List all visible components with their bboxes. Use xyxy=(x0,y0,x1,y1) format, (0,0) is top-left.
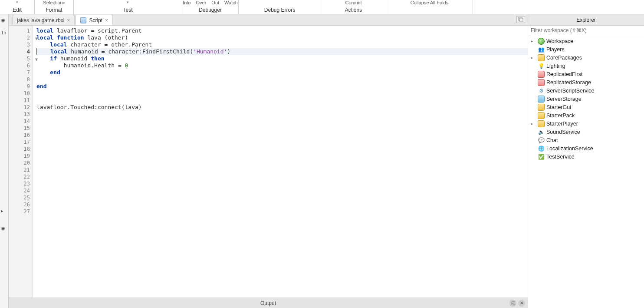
code-area[interactable]: local lavafloor = script.Parentlocal fun… xyxy=(33,26,528,298)
expand-icon[interactable]: ▸ xyxy=(531,39,536,43)
toolbar-item[interactable]: Out xyxy=(211,0,219,5)
tree-item-soundservice[interactable]: SoundService xyxy=(528,128,644,136)
code-line[interactable] xyxy=(36,139,528,146)
line-number[interactable]: 17 xyxy=(9,139,33,146)
code-line[interactable]: humanoid.Health = 0 xyxy=(36,62,528,69)
code-line[interactable]: local humanoid = character:FindFirstChil… xyxy=(36,48,528,55)
tab-jakes-lava-game-rbxl[interactable]: jakes lava game.rbxl× xyxy=(12,15,75,25)
code-line[interactable] xyxy=(36,152,528,159)
tree-item-serverscriptservice[interactable]: ServerScriptService xyxy=(528,86,644,95)
line-number[interactable]: 24 xyxy=(9,187,33,194)
tree-item-testservice[interactable]: TestService xyxy=(528,152,644,161)
tree-item-players[interactable]: Players xyxy=(528,45,644,53)
tab-script[interactable]: Script× xyxy=(76,15,113,25)
output-popout-icon[interactable]: ◱ xyxy=(509,300,516,307)
dropdown-icon[interactable]: ▾ xyxy=(127,0,129,4)
code-line[interactable] xyxy=(36,180,528,187)
line-number[interactable]: 12 xyxy=(9,104,33,111)
line-number[interactable]: 8 xyxy=(9,76,33,83)
line-number[interactable]: 22 xyxy=(9,173,33,180)
line-number[interactable]: 15 xyxy=(9,125,33,132)
line-number[interactable]: 19 xyxy=(9,152,33,159)
fold-icon[interactable]: ▼ xyxy=(35,35,38,42)
tree-item-startergui[interactable]: StarterGui xyxy=(528,103,644,111)
tree-item-lighting[interactable]: Lighting xyxy=(528,62,644,70)
code-line[interactable]: local function lava (other) xyxy=(36,34,528,41)
close-icon[interactable]: × xyxy=(105,17,108,23)
line-number[interactable]: 25 xyxy=(9,194,33,201)
explorer-filter[interactable] xyxy=(528,26,644,35)
toolbar-item[interactable]: Collapse All Folds xyxy=(411,0,448,5)
fold-icon[interactable]: ▼ xyxy=(35,56,38,63)
line-number[interactable]: 13 xyxy=(9,111,33,118)
line-number[interactable]: 7 xyxy=(9,69,33,76)
code-line[interactable] xyxy=(36,159,528,166)
line-number[interactable]: 18 xyxy=(9,146,33,152)
tree-item-workspace[interactable]: ▸Workspace xyxy=(528,37,644,45)
tree-item-corepackages[interactable]: ▸CorePackages xyxy=(528,53,644,62)
line-number[interactable]: 6 xyxy=(9,62,33,69)
code-line[interactable]: end xyxy=(36,83,528,90)
code-line[interactable]: local character = other.Parent xyxy=(36,41,528,48)
code-line[interactable] xyxy=(36,208,528,215)
tree-item-chat[interactable]: Chat xyxy=(528,136,644,144)
code-line[interactable] xyxy=(36,146,528,152)
tree-item-replicatedstorage[interactable]: ReplicatedStorage xyxy=(528,78,644,86)
code-line[interactable] xyxy=(36,201,528,208)
line-number[interactable]: 20 xyxy=(9,159,33,166)
line-number[interactable]: 26 xyxy=(9,201,33,208)
expand-icon[interactable]: ▸ xyxy=(531,121,536,126)
output-close-icon[interactable]: ✕ xyxy=(518,300,525,307)
code-line[interactable]: end xyxy=(36,69,528,76)
code-line[interactable] xyxy=(36,166,528,173)
line-number[interactable]: 4 xyxy=(9,48,33,55)
code-line[interactable] xyxy=(36,125,528,132)
tree-item-starterpack[interactable]: StarterPack xyxy=(528,111,644,119)
tree-item-serverstorage[interactable]: ServerStorage xyxy=(528,95,644,103)
dock-pin2-icon[interactable]: ◉ xyxy=(1,225,5,231)
line-number[interactable]: 11 xyxy=(9,97,33,104)
close-icon[interactable]: × xyxy=(67,17,70,23)
line-number[interactable]: 2▼ xyxy=(9,34,33,41)
dock-expand-icon[interactable]: ▸ xyxy=(1,208,3,214)
line-number[interactable]: 3 xyxy=(9,41,33,48)
line-number[interactable]: 1 xyxy=(9,27,33,34)
code-line[interactable] xyxy=(36,76,528,83)
code-line[interactable] xyxy=(36,111,528,118)
code-line[interactable] xyxy=(36,90,528,97)
code-line[interactable] xyxy=(36,97,528,104)
toolbar-item[interactable]: Over xyxy=(196,0,207,5)
line-number[interactable]: 23 xyxy=(9,180,33,187)
toolbar-item[interactable]: Watch xyxy=(224,0,238,5)
dropdown-icon[interactable]: ▾ xyxy=(16,0,18,4)
filter-input[interactable] xyxy=(528,26,644,35)
code-line[interactable]: local lavafloor = script.Parent xyxy=(36,27,528,34)
line-number[interactable]: 21 xyxy=(9,166,33,173)
toolbar-item[interactable]: Commit xyxy=(345,0,362,5)
restore-panel-icon[interactable] xyxy=(516,16,525,23)
toolbar-item[interactable]: Into xyxy=(183,0,191,5)
line-number[interactable]: 9 xyxy=(9,83,33,90)
explorer-tree[interactable]: ▸WorkspacePlayers▸CorePackagesLightingRe… xyxy=(528,35,644,308)
line-number[interactable]: 16 xyxy=(9,132,33,139)
code-line[interactable] xyxy=(36,132,528,139)
code-line[interactable] xyxy=(36,194,528,201)
line-number[interactable]: 10 xyxy=(9,90,33,97)
code-editor[interactable]: 12▼345▼678910111213141516171819202122232… xyxy=(9,26,528,298)
expand-icon[interactable]: ▸ xyxy=(531,55,536,60)
code-line[interactable]: lavafloor.Touched:connect(lava) xyxy=(36,104,528,111)
code-line[interactable] xyxy=(36,118,528,125)
code-line[interactable] xyxy=(36,187,528,194)
output-panel-header[interactable]: Output ◱ ✕ xyxy=(9,298,528,308)
toolbar-item[interactable]: Selection▾ xyxy=(43,0,65,5)
code-line[interactable] xyxy=(36,173,528,180)
dock-pin-icon[interactable]: ◉ xyxy=(1,17,5,23)
tree-item-starterplayer[interactable]: ▸StarterPlayer xyxy=(528,119,644,128)
line-number[interactable]: 27 xyxy=(9,208,33,215)
line-number[interactable]: 14 xyxy=(9,118,33,125)
dock-label[interactable]: Tir xyxy=(1,30,6,35)
line-number[interactable]: 5▼ xyxy=(9,55,33,62)
tree-item-replicatedfirst[interactable]: ReplicatedFirst xyxy=(528,70,644,78)
tree-item-localizationservice[interactable]: LocalizationService xyxy=(528,144,644,152)
code-line[interactable]: if humanoid then xyxy=(36,55,528,62)
